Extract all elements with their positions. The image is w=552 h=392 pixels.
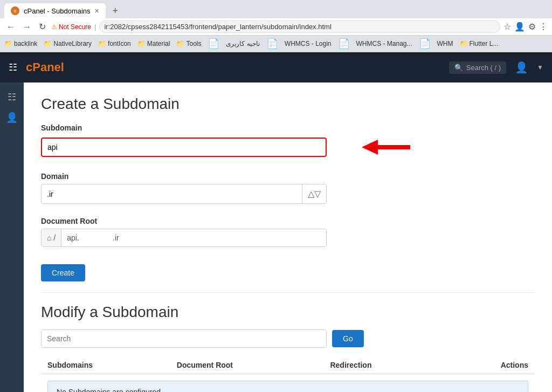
user-sidebar-icon[interactable]: 👤 [6, 112, 18, 123]
bookmark-label: ناحیه کاربری [226, 40, 259, 47]
tab-title: cPanel - Subdomains [24, 7, 91, 15]
bookmark-material[interactable]: 📁 Material [137, 40, 170, 47]
domain-label: Domain [41, 172, 535, 181]
folder-icon: 📁 [460, 40, 468, 47]
cpanel-app: ☷ cPanel 🔍 Search ( / ) 👤 ▼ ☷ 👤 Create [0, 52, 552, 392]
left-arrow-icon [359, 135, 418, 159]
cpanel-search-box[interactable]: 🔍 Search ( / ) [449, 61, 506, 74]
subdomain-section: Subdomain [41, 123, 535, 159]
bookmark-user-area[interactable]: ناحیه کاربری [226, 40, 259, 47]
subdomain-input[interactable] [41, 137, 327, 157]
url-bar[interactable]: ir:2082/cpsess2842115453/frontend/paper_… [99, 20, 500, 33]
logo-c: c [26, 60, 32, 74]
folder-icon: 📁 [98, 40, 106, 47]
subdomain-label: Subdomain [41, 123, 535, 132]
security-badge: ⚠ Not Secure [51, 23, 91, 31]
subdomain-input-wrapper [41, 135, 535, 159]
grid-sidebar-icon[interactable]: ☷ [8, 91, 16, 103]
section-divider [41, 292, 535, 293]
bookmarks-bar: 📁 backlink 📁 NativeLibrary 📁 fontIcon 📁 … [0, 36, 552, 52]
doc-icon-4: 📄 [419, 38, 431, 50]
logo-panel: Panel [32, 60, 64, 74]
extension-button[interactable]: ⚙ [528, 22, 536, 32]
bookmark-whmcs-manag[interactable]: WHMCS - Manag... [356, 40, 412, 47]
bookmark-fonticon[interactable]: 📁 fontIcon [98, 40, 131, 47]
forward-button[interactable]: → [20, 21, 33, 33]
search-icon: 🔍 [454, 64, 463, 72]
cpanel-header: ☷ cPanel 🔍 Search ( / ) 👤 ▼ [0, 52, 552, 82]
subdomains-table: Subdomains Document Root Redirection Act… [41, 356, 535, 392]
bookmark-label: fontIcon [108, 40, 131, 47]
bookmark-label: Material [147, 40, 170, 47]
security-text: Not Secure [59, 23, 91, 31]
doc-icon-2: 📄 [266, 38, 278, 50]
docroot-prefix: ⌂ / [42, 229, 61, 246]
folder-icon: 📁 [44, 40, 52, 47]
back-button[interactable]: ← [4, 21, 17, 33]
address-bar: ← → ↻ ⚠ Not Secure | ir:2082/cpsess28421… [0, 18, 552, 36]
col-redirection: Redirection [323, 356, 444, 374]
active-tab[interactable]: c cPanel - Subdomains × [4, 3, 106, 18]
col-actions: Actions [445, 356, 535, 374]
svg-marker-0 [362, 140, 410, 155]
folder-icon: 📁 [137, 40, 146, 47]
domain-section: Domain .ir △▽ [41, 172, 535, 204]
cpanel-main: Create a Subdomain Subdomain [24, 82, 552, 392]
bookmark-label: WHMCS - Manag... [356, 40, 412, 47]
domain-select-arrow-icon: △▽ [302, 184, 326, 203]
doc-icon-3: 📄 [338, 38, 350, 50]
grid-menu[interactable]: ☷ [9, 61, 17, 73]
reload-button[interactable]: ↻ [37, 20, 48, 33]
cpanel-body: ☷ 👤 Create a Subdomain Subdomain [0, 82, 552, 392]
arrow-indicator [359, 135, 418, 159]
table-header: Subdomains Document Root Redirection Act… [41, 356, 535, 374]
bookmark-flutter[interactable]: 📁 Flutter L... [460, 40, 499, 47]
modify-search-input[interactable] [41, 329, 327, 348]
search-placeholder: Search ( / ) [466, 64, 501, 72]
tab-favicon: c [11, 6, 19, 15]
star-button[interactable]: ☆ [503, 22, 511, 32]
docroot-wrapper: ⌂ / [41, 229, 327, 247]
table-body: No Subdomains are configured. [41, 374, 535, 393]
chevron-down-icon[interactable]: ▼ [537, 64, 543, 71]
folder-icon: 📁 [176, 40, 184, 47]
table-row: No Subdomains are configured. [41, 374, 535, 393]
docroot-section: Document Root ⌂ / [41, 217, 535, 247]
bookmark-whm[interactable]: WHM [437, 40, 453, 47]
cpanel-logo: cPanel [26, 60, 64, 74]
domain-select-wrapper: .ir △▽ [41, 184, 327, 204]
page-title: Create a Subdomain [41, 95, 535, 113]
bookmark-label: WHM [437, 40, 453, 47]
bookmark-label: WHMCS - Login [285, 40, 332, 47]
bookmark-label: backlink [14, 40, 37, 47]
no-subdomains-message: No Subdomains are configured. [47, 381, 528, 392]
user-icon[interactable]: 👤 [515, 61, 528, 74]
no-data-cell: No Subdomains are configured. [41, 374, 535, 393]
new-tab-button[interactable]: + [108, 3, 123, 18]
tab-close-btn[interactable]: × [95, 6, 99, 15]
bookmark-backlink[interactable]: 📁 backlink [4, 40, 37, 47]
docroot-input[interactable] [61, 229, 326, 246]
browser-icons: ☆ 👤 ⚙ ⋮ [503, 22, 548, 32]
bookmark-nativelibrary[interactable]: 📁 NativeLibrary [44, 40, 92, 47]
warning-icon: ⚠ [51, 23, 57, 31]
domain-select[interactable]: .ir [42, 185, 302, 203]
bookmark-tools[interactable]: 📁 Tools [176, 40, 201, 47]
url-separator: | [94, 23, 96, 31]
grid-icon[interactable]: ☷ [9, 61, 17, 73]
go-button[interactable]: Go [332, 330, 364, 347]
menu-button[interactable]: ⋮ [539, 22, 548, 32]
create-button[interactable]: Create [41, 264, 85, 281]
col-subdomains: Subdomains [41, 356, 170, 374]
bookmark-label: Tools [186, 40, 201, 47]
tab-bar: c cPanel - Subdomains × + [0, 0, 552, 18]
search-row: Go [41, 329, 535, 348]
folder-icon: 📁 [4, 40, 12, 47]
browser-window: c cPanel - Subdomains × + ← → ↻ ⚠ Not Se… [0, 0, 552, 392]
col-docroot: Document Root [170, 356, 324, 374]
cpanel-sidebar: ☷ 👤 [0, 82, 24, 392]
bookmark-label: NativeLibrary [53, 40, 92, 47]
bookmark-label: Flutter L... [470, 40, 499, 47]
profile-button[interactable]: 👤 [514, 22, 525, 32]
bookmark-whmcs-login[interactable]: WHMCS - Login [285, 40, 332, 47]
